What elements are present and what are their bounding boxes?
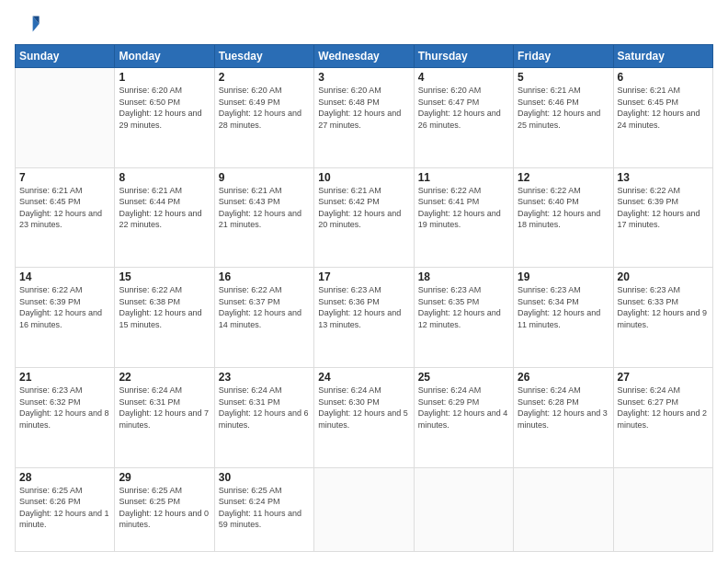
day-number: 15 — [119, 270, 210, 283]
calendar-cell: 26Sunrise: 6:24 AMSunset: 6:28 PMDayligh… — [514, 367, 613, 467]
calendar-cell: 10Sunrise: 6:21 AMSunset: 6:42 PMDayligh… — [314, 167, 414, 268]
logo — [15, 11, 42, 37]
day-info: Sunrise: 6:23 AMSunset: 6:32 PMDaylight:… — [19, 385, 110, 431]
calendar-cell: 1Sunrise: 6:20 AMSunset: 6:50 PMDaylight… — [115, 68, 214, 168]
day-number: 19 — [518, 270, 609, 283]
day-number: 13 — [618, 171, 709, 184]
day-number: 25 — [418, 371, 509, 384]
calendar-cell: 9Sunrise: 6:21 AMSunset: 6:43 PMDaylight… — [214, 167, 313, 268]
calendar-cell: 12Sunrise: 6:22 AMSunset: 6:40 PMDayligh… — [514, 167, 613, 268]
calendar-cell: 14Sunrise: 6:22 AMSunset: 6:39 PMDayligh… — [16, 268, 115, 368]
day-info: Sunrise: 6:23 AMSunset: 6:35 PMDaylight:… — [418, 284, 509, 330]
day-number: 28 — [19, 471, 110, 484]
day-info: Sunrise: 6:21 AMSunset: 6:43 PMDaylight:… — [219, 185, 310, 231]
day-number: 30 — [219, 471, 310, 484]
day-info: Sunrise: 6:21 AMSunset: 6:45 PMDaylight:… — [618, 85, 709, 131]
calendar-cell: 5Sunrise: 6:21 AMSunset: 6:46 PMDaylight… — [514, 68, 613, 168]
logo-icon — [15, 11, 40, 37]
calendar-cell: 7Sunrise: 6:21 AMSunset: 6:45 PMDaylight… — [16, 167, 115, 268]
calendar-cell: 11Sunrise: 6:22 AMSunset: 6:41 PMDayligh… — [414, 167, 513, 268]
day-number: 3 — [318, 71, 409, 84]
day-number: 20 — [618, 270, 709, 283]
day-number: 5 — [518, 71, 609, 84]
day-info: Sunrise: 6:20 AMSunset: 6:47 PMDaylight:… — [418, 85, 509, 131]
day-number: 27 — [618, 371, 709, 384]
calendar-cell — [314, 467, 414, 551]
day-number: 21 — [19, 371, 110, 384]
day-number: 17 — [318, 270, 409, 283]
day-number: 7 — [19, 171, 110, 184]
day-number: 12 — [518, 171, 609, 184]
day-number: 14 — [19, 270, 110, 283]
day-info: Sunrise: 6:22 AMSunset: 6:38 PMDaylight:… — [119, 284, 210, 330]
day-number: 22 — [119, 371, 210, 384]
day-info: Sunrise: 6:24 AMSunset: 6:31 PMDaylight:… — [119, 385, 210, 431]
weekday-header-friday: Friday — [514, 45, 613, 68]
weekday-header-wednesday: Wednesday — [314, 45, 414, 68]
calendar-cell: 13Sunrise: 6:22 AMSunset: 6:39 PMDayligh… — [613, 167, 712, 268]
day-info: Sunrise: 6:21 AMSunset: 6:42 PMDaylight:… — [318, 185, 409, 231]
day-info: Sunrise: 6:22 AMSunset: 6:40 PMDaylight:… — [518, 185, 609, 231]
day-number: 24 — [318, 371, 409, 384]
calendar-cell: 23Sunrise: 6:24 AMSunset: 6:31 PMDayligh… — [214, 367, 313, 467]
day-info: Sunrise: 6:25 AMSunset: 6:24 PMDaylight:… — [219, 485, 310, 531]
day-info: Sunrise: 6:22 AMSunset: 6:39 PMDaylight:… — [618, 185, 709, 231]
day-info: Sunrise: 6:24 AMSunset: 6:27 PMDaylight:… — [618, 385, 709, 431]
week-row-1: 1Sunrise: 6:20 AMSunset: 6:50 PMDaylight… — [16, 68, 713, 168]
calendar-cell: 19Sunrise: 6:23 AMSunset: 6:34 PMDayligh… — [514, 268, 613, 368]
weekday-header-sunday: Sunday — [16, 45, 115, 68]
calendar-cell: 17Sunrise: 6:23 AMSunset: 6:36 PMDayligh… — [314, 268, 414, 368]
day-number: 18 — [418, 270, 509, 283]
week-row-3: 14Sunrise: 6:22 AMSunset: 6:39 PMDayligh… — [16, 268, 713, 368]
calendar-table: SundayMondayTuesdayWednesdayThursdayFrid… — [15, 44, 713, 552]
day-info: Sunrise: 6:23 AMSunset: 6:36 PMDaylight:… — [318, 284, 409, 330]
day-number: 1 — [119, 71, 210, 84]
calendar-cell: 22Sunrise: 6:24 AMSunset: 6:31 PMDayligh… — [115, 367, 214, 467]
calendar-cell: 3Sunrise: 6:20 AMSunset: 6:48 PMDaylight… — [314, 68, 414, 168]
week-row-4: 21Sunrise: 6:23 AMSunset: 6:32 PMDayligh… — [16, 367, 713, 467]
weekday-header-row: SundayMondayTuesdayWednesdayThursdayFrid… — [16, 45, 713, 68]
calendar-cell: 27Sunrise: 6:24 AMSunset: 6:27 PMDayligh… — [613, 367, 712, 467]
page-container: SundayMondayTuesdayWednesdayThursdayFrid… — [0, 0, 728, 563]
weekday-header-saturday: Saturday — [613, 45, 712, 68]
day-number: 23 — [219, 371, 310, 384]
day-info: Sunrise: 6:24 AMSunset: 6:29 PMDaylight:… — [418, 385, 509, 431]
calendar-cell: 6Sunrise: 6:21 AMSunset: 6:45 PMDaylight… — [613, 68, 712, 168]
day-info: Sunrise: 6:24 AMSunset: 6:30 PMDaylight:… — [318, 385, 409, 431]
day-number: 26 — [518, 371, 609, 384]
day-info: Sunrise: 6:22 AMSunset: 6:37 PMDaylight:… — [219, 284, 310, 330]
calendar-cell — [16, 68, 115, 168]
calendar-cell: 15Sunrise: 6:22 AMSunset: 6:38 PMDayligh… — [115, 268, 214, 368]
calendar-cell: 29Sunrise: 6:25 AMSunset: 6:25 PMDayligh… — [115, 467, 214, 551]
calendar-cell: 21Sunrise: 6:23 AMSunset: 6:32 PMDayligh… — [16, 367, 115, 467]
day-info: Sunrise: 6:25 AMSunset: 6:26 PMDaylight:… — [19, 485, 110, 531]
day-number: 4 — [418, 71, 509, 84]
day-info: Sunrise: 6:25 AMSunset: 6:25 PMDaylight:… — [119, 485, 210, 531]
day-info: Sunrise: 6:22 AMSunset: 6:41 PMDaylight:… — [418, 185, 509, 231]
day-number: 9 — [219, 171, 310, 184]
day-info: Sunrise: 6:24 AMSunset: 6:28 PMDaylight:… — [518, 385, 609, 431]
calendar-cell — [613, 467, 712, 551]
day-number: 29 — [119, 471, 210, 484]
day-info: Sunrise: 6:20 AMSunset: 6:50 PMDaylight:… — [119, 85, 210, 131]
day-info: Sunrise: 6:22 AMSunset: 6:39 PMDaylight:… — [19, 284, 110, 330]
day-number: 8 — [119, 171, 210, 184]
calendar-cell: 8Sunrise: 6:21 AMSunset: 6:44 PMDaylight… — [115, 167, 214, 268]
day-info: Sunrise: 6:20 AMSunset: 6:48 PMDaylight:… — [318, 85, 409, 131]
calendar-cell: 4Sunrise: 6:20 AMSunset: 6:47 PMDaylight… — [414, 68, 513, 168]
day-info: Sunrise: 6:23 AMSunset: 6:33 PMDaylight:… — [618, 284, 709, 330]
header — [15, 11, 713, 37]
week-row-2: 7Sunrise: 6:21 AMSunset: 6:45 PMDaylight… — [16, 167, 713, 268]
day-info: Sunrise: 6:21 AMSunset: 6:45 PMDaylight:… — [19, 185, 110, 231]
calendar-cell: 28Sunrise: 6:25 AMSunset: 6:26 PMDayligh… — [16, 467, 115, 551]
calendar-cell: 25Sunrise: 6:24 AMSunset: 6:29 PMDayligh… — [414, 367, 513, 467]
calendar-cell — [414, 467, 513, 551]
day-number: 11 — [418, 171, 509, 184]
day-number: 6 — [618, 71, 709, 84]
week-row-5: 28Sunrise: 6:25 AMSunset: 6:26 PMDayligh… — [16, 467, 713, 551]
calendar-cell: 2Sunrise: 6:20 AMSunset: 6:49 PMDaylight… — [214, 68, 313, 168]
calendar-cell: 30Sunrise: 6:25 AMSunset: 6:24 PMDayligh… — [214, 467, 313, 551]
calendar-cell: 24Sunrise: 6:24 AMSunset: 6:30 PMDayligh… — [314, 367, 414, 467]
calendar-cell: 16Sunrise: 6:22 AMSunset: 6:37 PMDayligh… — [214, 268, 313, 368]
day-info: Sunrise: 6:20 AMSunset: 6:49 PMDaylight:… — [219, 85, 310, 131]
